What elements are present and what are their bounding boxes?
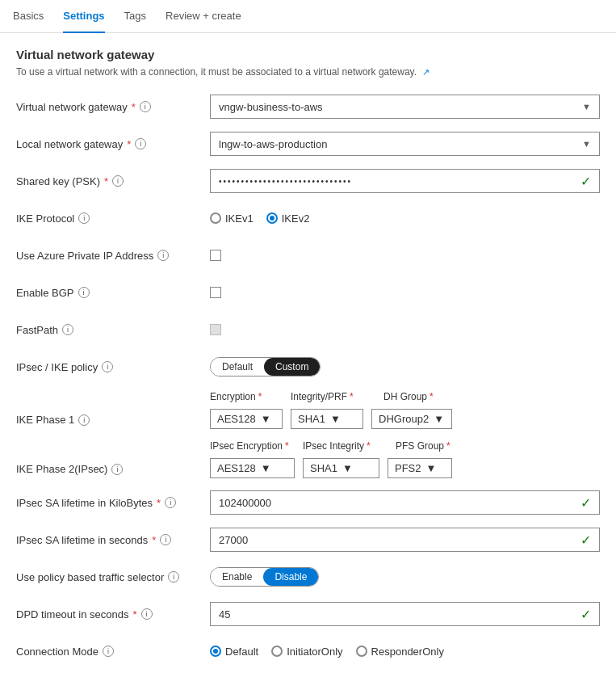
info-icon-ike[interactable]: i (78, 212, 90, 224)
chevron-down-icon: ▼ (434, 413, 444, 425)
ipsec-ike-policy-value: Default Custom (210, 357, 600, 376)
azure-private-ip-label: Use Azure Private IP Address i (16, 250, 210, 262)
section-description: To use a virtual network with a connecti… (16, 66, 600, 78)
info-icon-sa-kb[interactable]: i (165, 497, 176, 508)
enable-bgp-checkbox[interactable] (210, 287, 221, 298)
fastpath-value (210, 324, 600, 335)
ike-protocol-row: IKE Protocol i IKEv1 IKEv2 (16, 205, 600, 231)
chevron-down-icon: ▼ (582, 139, 591, 149)
ike-protocol-value: IKEv1 IKEv2 (210, 212, 600, 225)
radio-ikev2 (266, 212, 278, 224)
dpd-timeout-label: DPD timeout in seconds * i (16, 608, 210, 620)
tab-settings[interactable]: Settings (63, 0, 104, 33)
enable-bgp-row: Enable BGP i (16, 280, 600, 305)
phase1-encryption-header: Encryption * (210, 391, 283, 402)
phase1-dhgroup-dropdown[interactable]: DHGroup2 ▼ (371, 409, 452, 429)
virtual-network-gateway-label: Virtual network gateway * i (16, 101, 210, 113)
phase1-integrity-header: Integrity/PRF * (291, 391, 375, 402)
virtual-network-gateway-dropdown[interactable]: vngw-business-to-aws ▼ (210, 95, 600, 119)
ipsec-sa-kb-value: 102400000 ✓ (210, 490, 600, 515)
ike-protocol-ikev2-option[interactable]: IKEv2 (266, 212, 310, 225)
validation-check-icon: ✓ (580, 532, 591, 548)
enable-bgp-label: Enable BGP i (16, 287, 210, 299)
shared-key-label: Shared key (PSK) * i (16, 175, 210, 187)
info-icon-pip[interactable]: i (157, 250, 169, 261)
virtual-network-gateway-row: Virtual network gateway * i vngw-busines… (16, 94, 600, 120)
ike-protocol-radio-group: IKEv1 IKEv2 (210, 212, 309, 225)
ike-phase2-controls: IPsec Encryption * IPsec Integrity * PFS… (210, 440, 600, 478)
ike-protocol-label: IKE Protocol i (16, 212, 210, 225)
azure-private-ip-checkbox[interactable] (210, 250, 221, 261)
chevron-down-icon: ▼ (261, 413, 271, 425)
connection-mode-value: Default InitiatorOnly ResponderOnly (210, 646, 600, 658)
ike-phase1-row: IKE Phase 1 i Encryption * Integrity/PRF… (16, 391, 600, 429)
phase1-encryption-dropdown[interactable]: AES128 ▼ (210, 409, 283, 429)
ipsec-policy-default-option[interactable]: Default (211, 358, 264, 376)
radio-initiator (271, 646, 283, 657)
validation-check-icon: ✓ (580, 495, 591, 511)
ike-protocol-ikev1-option[interactable]: IKEv1 (210, 212, 254, 225)
ipsec-ike-policy-row: IPsec / IKE policy i Default Custom (16, 354, 600, 380)
phase2-encryption-header: IPsec Encryption * (210, 440, 295, 452)
tabs-bar: Basics Settings Tags Review + create (0, 0, 616, 33)
shared-key-row: Shared key (PSK) * i •••••••••••••••••••… (16, 168, 600, 194)
virtual-network-gateway-value: vngw-business-to-aws ▼ (210, 95, 600, 119)
shared-key-input[interactable]: •••••••••••••••••••••••••••••• ✓ (210, 169, 600, 193)
tab-review-create[interactable]: Review + create (166, 0, 241, 33)
ipsec-sa-sec-row: IPsec SA lifetime in seconds * i 27000 ✓ (16, 527, 600, 553)
local-network-gateway-row: Local network gateway * i lngw-to-aws-pr… (16, 131, 600, 157)
info-icon-vng[interactable]: i (140, 101, 151, 112)
ipsec-policy-custom-option[interactable]: Custom (264, 358, 320, 376)
phase1-dhgroup-header: DH Group * (383, 391, 456, 402)
local-network-gateway-dropdown[interactable]: lngw-to-aws-production ▼ (210, 132, 600, 156)
tab-basics[interactable]: Basics (13, 0, 44, 33)
fastpath-row: FastPath i (16, 317, 600, 343)
fastpath-label: FastPath i (16, 324, 210, 336)
settings-content: Virtual network gateway To use a virtual… (0, 33, 616, 673)
dpd-timeout-input[interactable]: 45 ✓ (210, 602, 600, 626)
info-icon-lng[interactable]: i (135, 138, 146, 149)
chevron-down-icon: ▼ (582, 102, 591, 111)
tab-tags[interactable]: Tags (124, 0, 146, 33)
ipsec-sa-kb-input[interactable]: 102400000 ✓ (210, 490, 600, 515)
ipsec-sa-sec-value: 27000 ✓ (210, 528, 600, 552)
info-icon-phase1[interactable]: i (78, 414, 90, 426)
traffic-selector-disable-option[interactable]: Disable (263, 568, 318, 586)
info-icon-conn-mode[interactable]: i (103, 646, 114, 657)
info-icon-dpd[interactable]: i (141, 608, 153, 620)
connection-mode-responder-option[interactable]: ResponderOnly (356, 646, 444, 658)
connection-mode-label: Connection Mode i (16, 646, 210, 658)
info-icon-fastpath[interactable]: i (62, 324, 73, 335)
fastpath-checkbox[interactable] (210, 324, 221, 335)
section-title: Virtual network gateway (16, 48, 600, 61)
external-link-icon[interactable]: ↗ (422, 67, 430, 78)
connection-mode-radio-group: Default InitiatorOnly ResponderOnly (210, 646, 444, 658)
ipsec-sa-sec-label: IPsec SA lifetime in seconds * i (16, 534, 210, 546)
dpd-timeout-row: DPD timeout in seconds * i 45 ✓ (16, 601, 600, 627)
traffic-selector-toggle: Enable Disable (210, 567, 319, 587)
required-marker: * (132, 608, 136, 620)
info-icon-ipsec[interactable]: i (102, 361, 113, 372)
radio-responder (356, 646, 367, 657)
phase2-integrity-dropdown[interactable]: SHA1 ▼ (303, 458, 379, 478)
phase2-encryption-dropdown[interactable]: AES128 ▼ (210, 458, 295, 478)
azure-private-ip-row: Use Azure Private IP Address i (16, 242, 600, 268)
info-icon-sa-sec[interactable]: i (160, 534, 171, 545)
local-network-gateway-label: Local network gateway * i (16, 138, 210, 150)
phase1-integrity-dropdown[interactable]: SHA1 ▼ (291, 409, 363, 429)
ipsec-policy-toggle: Default Custom (210, 357, 321, 376)
info-icon-traffic[interactable]: i (168, 571, 179, 583)
required-marker: * (152, 534, 156, 546)
info-icon-bgp[interactable]: i (78, 287, 90, 298)
phase2-pfs-dropdown[interactable]: PFS2 ▼ (388, 458, 452, 478)
traffic-selector-enable-option[interactable]: Enable (211, 568, 263, 586)
required-marker: * (132, 101, 136, 113)
ipsec-sa-sec-input[interactable]: 27000 ✓ (210, 528, 600, 552)
phase2-pfs-header: PFS Group * (396, 440, 460, 452)
connection-mode-default-option[interactable]: Default (210, 646, 258, 658)
local-network-gateway-value: lngw-to-aws-production ▼ (210, 132, 600, 156)
connection-mode-initiator-option[interactable]: InitiatorOnly (271, 646, 342, 658)
info-icon-psk[interactable]: i (112, 175, 124, 187)
info-icon-phase2[interactable]: i (111, 464, 123, 475)
ike-phase1-dropdowns: AES128 ▼ SHA1 ▼ DHGroup2 ▼ (210, 409, 600, 429)
